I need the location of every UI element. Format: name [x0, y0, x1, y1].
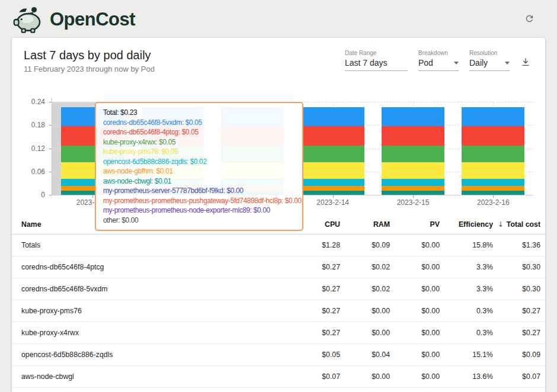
control-value-text: Last 7 days	[345, 58, 388, 68]
opencost-logo-icon	[13, 5, 44, 34]
row-value: $0.27	[493, 329, 540, 337]
row-value: $0.02	[340, 263, 390, 271]
row-value: $0.27	[287, 329, 340, 337]
bar-segment[interactable]	[462, 126, 524, 146]
row-value: $0.07	[493, 372, 540, 381]
y-axis-label: 0	[12, 191, 45, 199]
table-row: Totals$1.28$0.09$0.0015.8%$1.36	[12, 234, 545, 256]
bar-segment[interactable]	[382, 107, 444, 126]
row-value: $0.30	[493, 263, 540, 271]
chevron-down-icon	[454, 62, 459, 65]
x-axis-label: 2023-2-14	[306, 198, 360, 207]
allocation-table: NameCPURAMPVEfficiency↓Total costTotals$…	[12, 214, 545, 388]
bar-segment[interactable]	[302, 179, 364, 186]
control-value-text: Pod	[418, 58, 433, 68]
table-header-efficiency[interactable]: Efficiency	[440, 220, 493, 229]
row-value: 13.6%	[440, 372, 493, 381]
bar-segment[interactable]	[302, 186, 364, 191]
x-tickmark	[333, 195, 334, 198]
x-axis-label: 2023-2-16	[466, 198, 520, 207]
y-axis-label: 0.12	[12, 144, 45, 153]
table-row: kube-proxy-pms76$0.27$0.00$0.000.3%$0.27	[12, 300, 545, 322]
row-value: 15.1%	[440, 351, 493, 359]
tooltip-item: aws-node-cbwgl: $0.01	[103, 176, 295, 187]
tooltip-item: aws-node-gbfhm: $0.01	[103, 166, 295, 176]
control-label: Breakdown	[418, 50, 459, 56]
control-date-range[interactable]: Date RangeLast 7 days	[345, 50, 408, 71]
x-tickmark	[92, 195, 93, 198]
opencost-brand: OpenCost	[13, 5, 135, 34]
row-value: $0.00	[390, 307, 440, 315]
row-value: 0.3%	[440, 307, 493, 315]
bar-segment[interactable]	[382, 179, 444, 186]
title-block: Last 7 days by pod daily 11 February 202…	[24, 49, 155, 73]
bar-segment[interactable]	[462, 186, 524, 191]
table-row: coredns-db65c46f8-4ptcg$0.27$0.02$0.003.…	[12, 256, 545, 278]
bar-segment[interactable]	[382, 186, 444, 191]
x-tickmark	[493, 195, 494, 198]
card-header: Last 7 days by pod daily 11 February 202…	[12, 47, 545, 78]
bar-segment[interactable]	[462, 162, 524, 179]
page-title: Last 7 days by pod daily	[24, 49, 155, 62]
bar-segment[interactable]	[302, 191, 364, 195]
bar-segment[interactable]	[462, 146, 524, 162]
row-name: aws-node-cbwgl	[21, 372, 287, 381]
control-value: Daily	[469, 58, 510, 68]
table-header-total-cost[interactable]: ↓Total cost	[493, 220, 540, 229]
row-value: $0.30	[493, 285, 540, 293]
row-value: $0.00	[390, 329, 440, 337]
table-header-ram[interactable]: RAM	[340, 220, 390, 229]
bar-segment[interactable]	[382, 162, 444, 179]
bar-segment[interactable]	[382, 146, 444, 162]
row-value: $0.00	[340, 329, 390, 337]
row-name: Totals	[21, 241, 287, 249]
bar-segment[interactable]	[302, 126, 364, 146]
row-value: $0.04	[340, 351, 390, 359]
bar-segment[interactable]	[462, 179, 524, 186]
bar-segment[interactable]	[382, 191, 444, 195]
table-row: opencost-6d5b88c886-zqdls$0.05$0.04$0.00…	[12, 344, 545, 366]
bar-segment[interactable]	[302, 146, 364, 162]
tooltip-item: other: $0.00	[103, 216, 295, 226]
table-row: kube-proxy-x4rwx$0.27$0.00$0.000.3%$0.27	[12, 322, 545, 344]
row-value: $0.00	[390, 372, 440, 381]
row-value: $0.02	[340, 285, 390, 293]
table-header-pv[interactable]: PV	[390, 220, 440, 229]
row-value: $0.27	[287, 263, 340, 271]
table-row: coredns-db65c46f8-5vxdm$0.27$0.02$0.003.…	[12, 278, 545, 300]
row-value: $0.00	[390, 263, 440, 271]
row-name: opencost-6d5b88c886-zqdls	[21, 351, 287, 359]
row-value: $0.05	[287, 351, 340, 359]
row-value: 3.3%	[440, 263, 493, 271]
report-card: Last 7 days by pod daily 11 February 202…	[12, 38, 545, 392]
control-value-text: Daily	[469, 58, 488, 68]
bar-segment[interactable]	[462, 107, 524, 126]
y-axis-line	[52, 98, 52, 195]
x-tickmark	[413, 195, 414, 198]
row-value: $0.27	[287, 285, 340, 293]
y-axis-label: 0.06	[12, 168, 45, 176]
tooltip-item: my-prometheus-prometheus-pushgateway-5fd…	[103, 196, 295, 206]
row-value: $1.28	[287, 241, 340, 249]
chevron-down-icon	[505, 62, 510, 65]
row-value: 15.8%	[440, 241, 493, 249]
y-axis-label: 0.24	[12, 98, 45, 106]
control-resolution[interactable]: ResolutionDaily	[469, 50, 510, 71]
bar-segment[interactable]	[302, 107, 364, 126]
bar-segment[interactable]	[462, 191, 524, 195]
download-button[interactable]	[520, 57, 531, 69]
control-breakdown[interactable]: BreakdownPod	[418, 50, 459, 71]
refresh-button[interactable]	[522, 11, 537, 28]
cost-bar-chart: 00.060.120.180.242023-2-112023-2-122023-…	[12, 96, 545, 214]
row-value: $0.00	[390, 351, 440, 359]
y-axis-label: 0.18	[12, 121, 45, 129]
bar-segment[interactable]	[302, 162, 364, 179]
row-value: $0.09	[493, 351, 540, 359]
control-value: Pod	[418, 58, 459, 68]
row-value: $0.27	[493, 307, 540, 315]
sort-descending-icon: ↓	[498, 220, 504, 229]
tooltip-item: opencost-6d5b88c886-zqdls: $0.02	[103, 157, 295, 167]
tooltip-item: kube-proxy-x4rwx: $0.05	[103, 137, 295, 147]
bar-segment[interactable]	[382, 126, 444, 146]
control-label: Resolution	[469, 50, 510, 56]
